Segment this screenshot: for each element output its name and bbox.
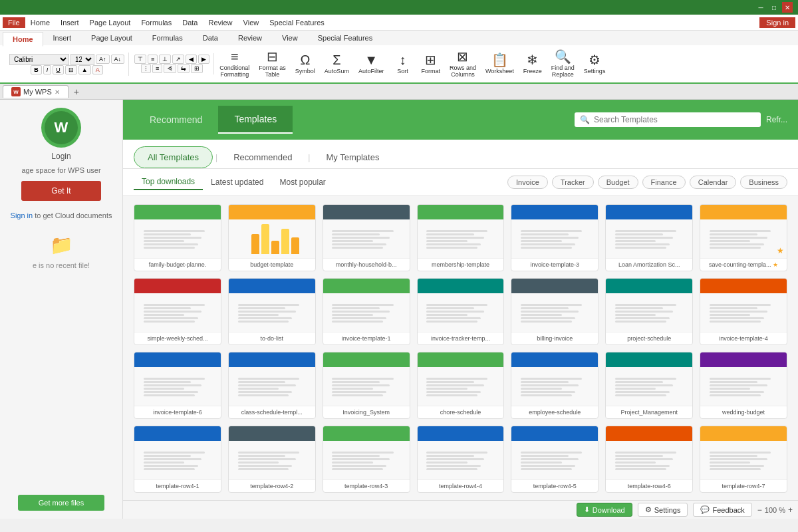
template-item-21[interactable]: template-row4-1 [134,426,221,493]
underline-btn[interactable]: U [53,65,64,74]
align-left-btn[interactable]: ⫶ [141,64,151,73]
maximize-btn[interactable]: □ [769,2,779,13]
template-item-13[interactable]: invoice-template-4 [700,278,787,345]
worksheet-btn[interactable]: 📋 Worksheet [481,52,518,76]
template-item-18[interactable]: employee-schedule [511,352,598,419]
indent-inc-btn[interactable]: ▶ [198,55,209,64]
template-item-26[interactable]: template-row4-6 [605,426,693,493]
align-bottom-btn[interactable]: ⊥ [159,55,171,64]
template-item-27[interactable]: template-row4-7 [700,426,787,493]
italic-btn[interactable]: I [43,65,52,74]
settings-btn[interactable]: ⚙ Settings [580,52,610,76]
font-size-select[interactable]: 12 [70,54,94,65]
sign-in-link[interactable]: Sign in [11,211,33,219]
filter-top-downloads[interactable]: Top downloads [134,174,203,190]
font-family-select[interactable]: Calibri [9,54,69,65]
find-replace-btn[interactable]: 🔍 Find andReplace [547,49,579,79]
ribbon-tab-view[interactable]: View [272,31,308,45]
ribbon-tab-pagelayout[interactable]: Page Layout [81,31,142,45]
get-it-button[interactable]: Get It [21,181,101,201]
window-controls[interactable]: ─ □ ✕ [755,2,793,13]
sub-tab-all-templates[interactable]: All Templates [134,146,213,168]
ribbon-tab-insert[interactable]: Insert [43,31,82,45]
tag-budget[interactable]: Budget [598,176,638,189]
merge-btn[interactable]: ⊞ [191,64,203,73]
template-item-16[interactable]: Invoicing_System [323,352,410,419]
template-item-23[interactable]: template-row4-3 [323,426,410,493]
template-item-5[interactable]: Loan Amortization Sc... [605,204,693,271]
bottom-settings-btn[interactable]: ⚙ Settings [638,503,688,517]
menu-file[interactable]: File [3,17,25,28]
template-item-24[interactable]: template-row4-4 [417,426,505,493]
sub-tab-my-templates[interactable]: My Templates [313,147,392,168]
font-color-btn[interactable]: A [92,65,103,74]
template-item-17[interactable]: chore-schedule [417,352,505,419]
ribbon-tab-home[interactable]: Home [3,32,43,47]
search-input[interactable] [594,115,755,124]
template-item-8[interactable]: to-do-list [228,278,316,345]
menu-view[interactable]: View [238,17,265,28]
close-btn[interactable]: ✕ [782,2,793,13]
menu-specialfeatures[interactable]: Special Features [264,17,330,28]
symbol-btn[interactable]: Ω Symbol [291,52,319,76]
bold-btn[interactable]: B [31,65,42,74]
template-item-19[interactable]: Project_Management [605,352,693,419]
filter-most-popular[interactable]: Most popular [271,175,333,190]
align-right-btn[interactable]: ⫷ [164,64,176,73]
template-item-22[interactable]: template-row4-2 [228,426,316,493]
feedback-btn[interactable]: 💬 Feedback [693,503,751,517]
autofilter-btn[interactable]: ▼ AutoFilter [354,52,388,76]
format-btn[interactable]: ⊞ Format [417,52,444,76]
template-item-11[interactable]: billing-invoice [511,278,598,345]
menu-insert[interactable]: Insert [55,17,84,28]
font-increase-btn[interactable]: A↑ [96,55,110,64]
conditional-formatting-btn[interactable]: ≡ ConditionalFormatting [215,49,253,79]
sort-btn[interactable]: ↕ Sort [389,52,416,76]
format-as-table-btn[interactable]: ⊟ Format asTable [255,49,290,79]
tag-finance[interactable]: Finance [642,176,686,189]
header-tab-recommend[interactable]: Recommend [134,106,218,133]
template-item-2[interactable]: monthly-household-b... [323,204,410,271]
menu-pagelayout[interactable]: Page Layout [84,17,136,28]
menu-home[interactable]: Home [25,17,55,28]
fill-color-btn[interactable]: ▲ [78,65,91,74]
sheet-tab-mywps[interactable]: W My WPS ✕ [3,85,68,98]
autosum-btn[interactable]: Σ AutoSum [321,52,353,76]
template-item-3[interactable]: membership-template [417,204,505,271]
menu-formulas[interactable]: Formulas [136,17,177,28]
indent-dec-btn[interactable]: ◀ [186,55,197,64]
template-item-1[interactable]: budget-template [228,204,316,271]
ribbon-tab-specialfeatures[interactable]: Special Features [308,31,383,45]
close-tab-icon[interactable]: ✕ [55,88,60,96]
download-btn[interactable]: ⬇ Download [577,503,632,517]
header-tab-templates[interactable]: Templates [218,106,293,134]
zoom-out-btn[interactable]: − [757,505,762,515]
freeze-btn[interactable]: ❄ Freeze [519,52,546,76]
text-orient-btn[interactable]: ↗ [172,55,184,64]
tag-invoice[interactable]: Invoice [507,176,548,189]
add-tab-btn[interactable]: + [68,85,84,98]
template-item-7[interactable]: simple-weekly-sched... [134,278,221,345]
text-direction-btn[interactable]: ⇆ [178,64,190,73]
sub-tab-recommended[interactable]: Recommended [220,147,305,168]
zoom-in-btn[interactable]: + [788,505,793,515]
template-item-20[interactable]: wedding-budget [700,352,787,419]
menu-review[interactable]: Review [203,17,237,28]
template-item-10[interactable]: invoice-tracker-temp... [417,278,505,345]
align-center-btn[interactable]: ≡ [152,64,162,73]
align-middle-btn[interactable]: ≡ [148,55,158,64]
sign-in-button[interactable]: Sign in [759,17,795,28]
tag-calendar[interactable]: Calendar [690,176,737,189]
minimize-btn[interactable]: ─ [755,2,766,13]
template-item-4[interactable]: invoice-template-3 [511,204,598,271]
menu-data[interactable]: Data [177,17,203,28]
border-btn[interactable]: ⊟ [65,65,77,74]
font-decrease-btn[interactable]: A↓ [111,55,125,64]
template-item-6[interactable]: ★ save-counting-templa... [700,204,787,271]
rows-columns-btn[interactable]: ⊠ Rows andColumns [446,49,480,79]
template-item-14[interactable]: invoice-template-6 [134,352,221,419]
align-top-btn[interactable]: ⊤ [134,55,146,64]
refresh-btn[interactable]: Refr... [766,115,787,124]
search-box[interactable]: 🔍 [575,112,761,127]
template-item-0[interactable]: family-budget-planne. [134,204,221,271]
